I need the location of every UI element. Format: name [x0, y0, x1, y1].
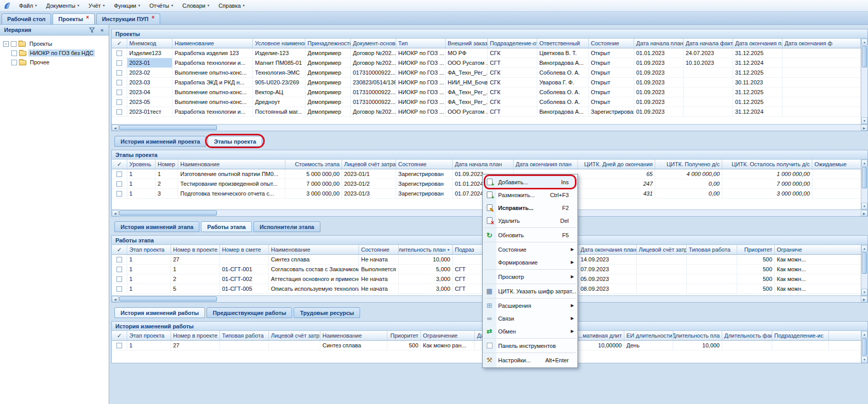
row-checkbox[interactable]: [116, 181, 122, 187]
cell[interactable]: 3 000 000,00: [722, 189, 812, 198]
column-header[interactable]: ЦИТК. Получено д/с: [655, 160, 722, 169]
scroll-thumb[interactable]: [862, 252, 867, 274]
cell[interactable]: ФА_Техн_Рег_...: [446, 97, 488, 107]
cell[interactable]: [722, 341, 772, 350]
cell[interactable]: [112, 68, 127, 77]
cell[interactable]: 05.09.2023: [578, 274, 637, 284]
close-tab-icon[interactable]: ×: [86, 15, 89, 20]
row-checkbox[interactable]: [116, 109, 122, 115]
cell[interactable]: 7 000 000,00: [722, 179, 812, 188]
cell[interactable]: 2: [171, 274, 220, 284]
column-header[interactable]: Номер в проекте: [171, 245, 220, 254]
menubar-item-documents[interactable]: Документы▾: [42, 2, 83, 10]
cell[interactable]: [112, 78, 127, 87]
cell[interactable]: [687, 255, 737, 264]
cell[interactable]: 3 000 000,00: [285, 189, 342, 198]
cell[interactable]: Соболева О. А.: [537, 87, 589, 97]
cell[interactable]: 3,000: [399, 274, 453, 284]
table-row[interactable]: 2023-01тестРазработка технологии и...Пос…: [112, 107, 861, 117]
column-header[interactable]: Уровень: [127, 160, 156, 169]
column-header[interactable]: Подразделение-от: [488, 39, 537, 48]
context-menu-item-toolbar-panel[interactable]: Панель инструментов: [483, 339, 577, 352]
cell[interactable]: [684, 107, 733, 116]
cell[interactable]: 431: [578, 189, 655, 198]
row-checkbox[interactable]: [116, 191, 122, 197]
column-header[interactable]: ...мативная длит: [578, 331, 624, 340]
tab-preceding-works[interactable]: Предшествующие работы: [207, 307, 292, 318]
cell[interactable]: Как можн...: [775, 255, 861, 264]
cell[interactable]: [269, 341, 320, 350]
column-header[interactable]: Состояние: [589, 39, 634, 48]
tab-labor-resources[interactable]: Трудовые ресурсы: [294, 307, 360, 318]
cell[interactable]: СГТ: [488, 58, 537, 67]
cell[interactable]: ФА_Техн_Рег_...: [446, 87, 488, 97]
cell[interactable]: 2023-02: [127, 68, 173, 77]
cell[interactable]: 31.12.2025: [733, 48, 782, 58]
context-menu-item-view[interactable]: Просмотр▶: [483, 270, 577, 283]
scroll-thumb[interactable]: [862, 167, 867, 188]
cell[interactable]: [112, 265, 127, 274]
cell[interactable]: [112, 87, 127, 97]
cell[interactable]: Изготовление опытной партии ПМ0...: [178, 169, 285, 179]
cell[interactable]: [112, 179, 127, 188]
column-header[interactable]: Длительность пла: [673, 331, 722, 340]
cell[interactable]: Вектор-АЦ: [253, 87, 305, 97]
cell[interactable]: НИОКР по ГОЗ ...: [396, 97, 446, 107]
context-menu-item-extensions[interactable]: ⊞Расширения▶: [483, 299, 577, 312]
cell[interactable]: Изделие-123: [253, 48, 305, 58]
cell[interactable]: [782, 48, 861, 58]
cell[interactable]: [772, 341, 829, 350]
cell[interactable]: 01.12.2025: [733, 97, 782, 107]
table-row[interactable]: 2023-04Выполнение опытно-конс...Вектор-А…: [112, 87, 861, 97]
tree-node-niokr-goz[interactable]: НИОКР по ГОЗ без НДС: [0, 48, 109, 58]
column-header[interactable]: Дата начала план: [453, 160, 514, 169]
cell[interactable]: 01-СГТ-005: [220, 284, 269, 293]
menubar-item-dictionaries[interactable]: Словари▾: [178, 2, 213, 10]
column-header[interactable]: Наименование: [320, 331, 387, 340]
scroll-up-icon[interactable]: ▲: [861, 331, 867, 338]
context-menu-item-citk-cost-code[interactable]: ▦ЦИТК. Указать шифр затрат...: [483, 285, 577, 297]
table-row[interactable]: 2023-01Разработка технологии и...Магнит …: [112, 58, 861, 68]
table-row[interactable]: 2023-02Выполнение опытно-конс...Технолог…: [112, 68, 861, 78]
cell[interactable]: 5: [171, 284, 220, 293]
cell[interactable]: 7 000 000,00: [285, 179, 342, 188]
cell[interactable]: 31.12.2024: [733, 58, 782, 67]
cell[interactable]: Как можно ран...: [421, 341, 475, 350]
tree-checkbox[interactable]: [11, 41, 16, 47]
row-checkbox[interactable]: [116, 171, 122, 177]
vertical-scrollbar[interactable]: ▲▼: [861, 331, 867, 363]
tree-checkbox[interactable]: [11, 50, 17, 56]
filter-icon[interactable]: [87, 26, 96, 34]
cell[interactable]: 1: [127, 179, 156, 188]
column-header[interactable]: Стоимость этапа: [285, 160, 342, 169]
column-header[interactable]: Дата окончания план: [514, 160, 578, 169]
cell[interactable]: 10,000: [399, 255, 453, 264]
cell[interactable]: 01.09.2023: [634, 68, 684, 77]
cell[interactable]: [637, 255, 687, 264]
cell[interactable]: СГК: [488, 97, 537, 107]
cell[interactable]: Открыт: [589, 97, 634, 107]
context-menu-item-edit[interactable]: Исправить...F2: [483, 201, 577, 214]
cell[interactable]: НИОКР по ГОЗ ...: [396, 68, 446, 77]
column-header[interactable]: Приоритет: [387, 331, 421, 340]
cell[interactable]: [637, 274, 687, 284]
scroll-left-icon[interactable]: ◀: [112, 210, 118, 216]
cell[interactable]: Виноградова А...: [537, 107, 589, 116]
column-header[interactable]: Документ-основан: [351, 39, 396, 48]
cell[interactable]: 3,000: [399, 284, 453, 293]
cell[interactable]: 017310000922...: [351, 97, 396, 107]
column-header[interactable]: ✓: [112, 160, 127, 169]
cell[interactable]: 230823/0514/136: [351, 78, 396, 87]
menubar-item-accounting[interactable]: Учёт▾: [84, 2, 109, 10]
cell[interactable]: 1: [171, 265, 220, 274]
cell[interactable]: Выполнение опытно-конс...: [173, 87, 253, 97]
cell[interactable]: 10,00000: [578, 341, 624, 350]
scroll-up-icon[interactable]: ▲: [861, 160, 867, 166]
column-header[interactable]: ✓: [112, 331, 127, 340]
cell[interactable]: Подготовка технического отчета с...: [178, 189, 285, 198]
cell[interactable]: 1: [127, 341, 171, 350]
column-header[interactable]: Дата окончания пл: [733, 39, 782, 48]
cell[interactable]: Не начата: [359, 284, 399, 293]
cell[interactable]: Выполнение опытно-конс...: [173, 97, 253, 107]
horizontal-scrollbar[interactable]: ◀▶: [112, 124, 867, 131]
